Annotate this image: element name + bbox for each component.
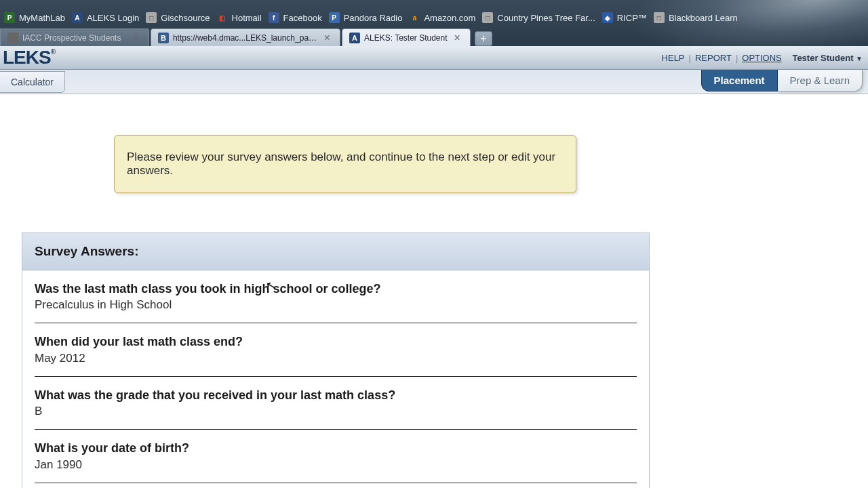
bookmark-label: Blackboard Learn [669,13,738,23]
survey-answers-panel: Survey Answers: Was the last math class … [22,232,650,488]
toolbar-row: Calculator Placement Prep & Learn [0,70,868,94]
survey-answer: B [35,405,637,418]
bookmark-item[interactable]: ◧Hotmail [217,12,262,23]
close-icon[interactable]: × [130,32,142,44]
bookmark-favicon-icon: A [72,12,83,23]
aleks-logo: LEKS® [0,47,55,68]
bookmark-favicon-icon: ◧ [217,12,228,23]
bookmark-item[interactable]: aAmazon.com [409,12,475,23]
survey-qa-block: What is your date of birth?Jan 1990 [35,430,637,483]
bookmark-item[interactable]: fFacebook [269,12,322,23]
survey-qa-block: Was the last math class you took in high… [35,270,637,323]
tab-favicon-icon: A [349,33,360,43]
bookmark-label: ALEKS Login [87,13,139,23]
app-mode-tabs: Placement Prep & Learn [702,70,863,94]
calculator-button[interactable]: Calculator [0,71,65,93]
close-icon[interactable]: × [321,32,333,44]
bookmarks-bar: PMyMathLabAALEKS Login□Gischsource◧Hotma… [0,9,868,26]
survey-question: What was the grade that you received in … [35,388,637,403]
review-notice: Please review your survey answers below,… [114,135,576,193]
survey-answer: Precalculus in High School [35,298,637,312]
bookmark-item[interactable]: □Country Pines Tree Far... [482,12,595,23]
options-link[interactable]: OPTIONS [742,53,782,63]
tab-favicon-icon [7,33,18,43]
bookmark-favicon-icon: □ [146,12,157,23]
chevron-down-icon: ▼ [856,55,863,62]
user-menu[interactable]: Tester Student ▼ [792,53,863,63]
header-right-nav: HELP | REPORT | OPTIONS Tester Student ▼ [662,53,863,63]
bookmark-label: Hotmail [232,13,262,23]
survey-question: When did your last math class end? [35,334,637,350]
bookmark-favicon-icon: ◆ [602,12,613,23]
survey-body: Was the last math class you took in high… [22,270,649,488]
tab-placement[interactable]: Placement [701,70,778,92]
bookmark-favicon-icon: □ [654,12,665,23]
survey-question: Was the last math class you took in high… [35,281,637,297]
tab-prep-learn[interactable]: Prep & Learn [777,70,863,92]
help-link[interactable]: HELP [662,53,685,63]
content-area: Please review your survey answers below,… [0,94,868,488]
browser-chrome: PMyMathLabAALEKS Login□Gischsource◧Hotma… [0,0,868,46]
bookmark-label: Facebook [283,13,322,23]
bookmark-label: Amazon.com [424,13,475,23]
close-icon[interactable]: × [452,32,463,44]
bookmark-item[interactable]: □Blackboard Learn [654,12,738,23]
bookmark-item[interactable]: PMyMathLab [4,12,65,23]
bookmark-item[interactable]: □Gischsource [146,12,210,23]
tab-title: ALEKS: Tester Student [364,33,448,43]
survey-qa-block: What is your gender? [35,483,637,488]
new-tab-button[interactable]: + [475,31,492,46]
survey-question: What is your date of birth? [35,441,637,456]
app-header: LEKS® HELP | REPORT | OPTIONS Tester Stu… [0,46,868,70]
bookmark-label: Gischsource [161,13,210,23]
tab-favicon-icon: B [158,33,169,43]
bookmark-label: Pandora Radio [344,13,403,23]
bookmark-label: RICP™ [617,13,647,23]
survey-answers-heading: Survey Answers: [22,233,649,270]
tab-title: https://web4.dmac...LEKS_launch_page [173,33,317,43]
bookmark-favicon-icon: P [329,12,340,23]
browser-tab[interactable]: IACC Prospective Students× [0,28,149,46]
browser-tab[interactable]: Bhttps://web4.dmac...LEKS_launch_page× [151,28,340,46]
bookmark-favicon-icon: a [409,12,420,23]
tab-title: IACC Prospective Students [22,33,121,43]
bookmark-favicon-icon: □ [482,12,493,23]
bookmark-favicon-icon: f [269,12,279,23]
bookmark-label: MyMathLab [19,13,65,23]
survey-answer: Jan 1990 [35,458,637,472]
survey-answer: May 2012 [35,352,637,365]
browser-tab[interactable]: AALEKS: Tester Student× [342,28,471,46]
bookmark-item[interactable]: PPandora Radio [329,12,403,23]
report-link[interactable]: REPORT [695,53,732,63]
browser-tabs-row: IACC Prospective Students×Bhttps://web4.… [0,27,868,46]
bookmark-favicon-icon: P [4,12,15,23]
bookmark-item[interactable]: AALEKS Login [72,12,139,23]
survey-qa-block: When did your last math class end?May 20… [35,323,637,376]
bookmark-label: Country Pines Tree Far... [497,13,595,23]
survey-qa-block: What was the grade that you received in … [35,377,637,430]
bookmark-item[interactable]: ◆RICP™ [602,12,647,23]
